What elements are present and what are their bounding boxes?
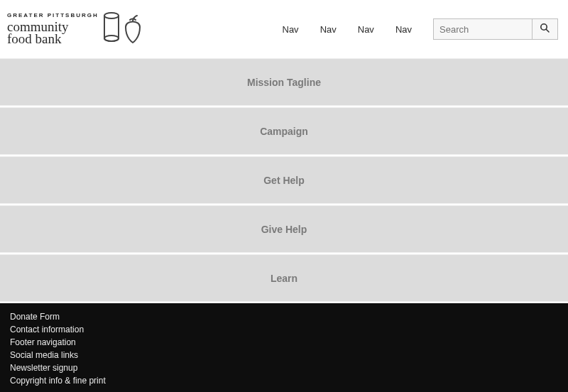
- footer-item-donate[interactable]: Donate Form: [10, 310, 558, 323]
- svg-line-3: [546, 29, 549, 32]
- section-give-help: Give Help: [0, 205, 568, 253]
- section-label: Learn: [271, 273, 297, 284]
- section-label: Mission Tagline: [247, 77, 321, 88]
- section-get-help: Get Help: [0, 156, 568, 204]
- section-label: Campaign: [260, 126, 308, 137]
- section-learn: Learn: [0, 254, 568, 302]
- section-label: Get Help: [263, 175, 305, 186]
- site-header: GREATER PITTSBURGH community food bank N: [0, 0, 568, 58]
- search-form: [433, 18, 558, 40]
- nav-link[interactable]: Nav: [283, 24, 299, 35]
- nav-link[interactable]: Nav: [395, 24, 412, 35]
- search-button[interactable]: [532, 18, 558, 40]
- svg-point-0: [104, 13, 119, 18]
- logo-line-3: food bank: [7, 32, 99, 45]
- svg-point-1: [104, 36, 119, 41]
- nav-area: Nav Nav Nav Nav: [283, 18, 559, 40]
- footer-item-nav[interactable]: Footer navigation: [10, 336, 558, 349]
- section-campaign: Campaign: [0, 107, 568, 155]
- logo-text: GREATER PITTSBURGH community food bank: [7, 13, 99, 45]
- footer-item-copyright: Copyright info & fine print: [10, 374, 558, 387]
- search-icon: [540, 23, 550, 36]
- footer-item-social[interactable]: Social media links: [10, 349, 558, 361]
- footer-item-newsletter[interactable]: Newsletter signup: [10, 361, 558, 374]
- nav-link[interactable]: Nav: [320, 24, 337, 35]
- search-input[interactable]: [433, 18, 532, 40]
- section-mission-tagline: Mission Tagline: [0, 58, 568, 106]
- footer-item-contact[interactable]: Contact information: [10, 323, 558, 336]
- site-footer: Donate Form Contact information Footer n…: [0, 303, 568, 392]
- site-logo[interactable]: GREATER PITTSBURGH community food bank: [7, 10, 147, 48]
- nav-link[interactable]: Nav: [358, 24, 374, 35]
- primary-nav: Nav Nav Nav Nav: [283, 24, 413, 35]
- can-apple-icon: [102, 10, 147, 48]
- section-label: Give Help: [261, 224, 307, 235]
- logo-line-1: GREATER PITTSBURGH: [7, 13, 99, 18]
